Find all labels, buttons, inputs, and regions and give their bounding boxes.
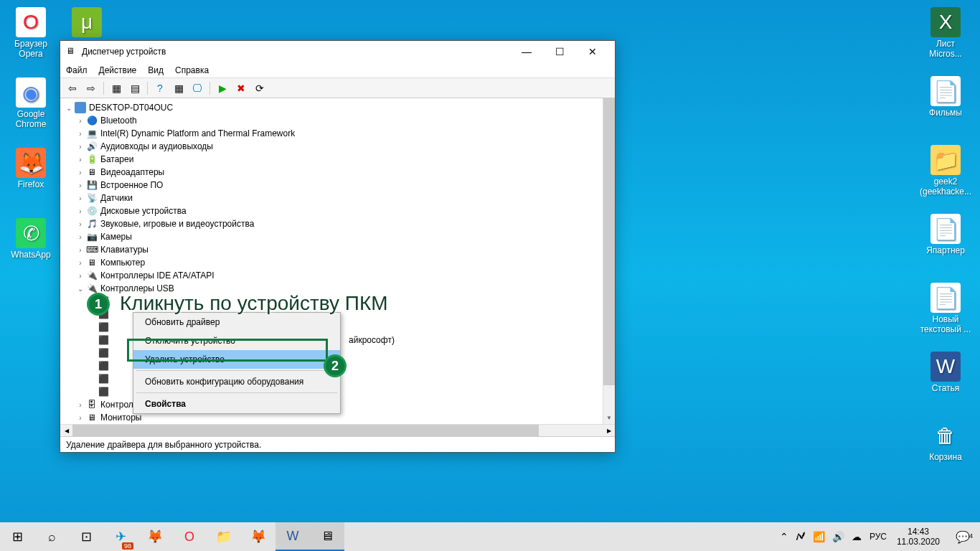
tree-category[interactable]: ›🔌Контроллеры IDE ATA/ATAPI — [60, 269, 603, 282]
horizontal-scrollbar[interactable]: ◀ ▶ — [60, 424, 615, 436]
tree-category[interactable]: ›📷Камеры — [60, 230, 603, 243]
tree-root[interactable]: ⌄ DESKTOP-DT04OUC — [60, 101, 603, 114]
close-button[interactable]: ✕ — [576, 41, 609, 62]
expander-icon[interactable]: › — [75, 130, 86, 138]
update-icon[interactable]: ⟳ — [252, 80, 268, 96]
expander-icon[interactable]: › — [75, 259, 86, 267]
desktop-icon-films[interactable]: 📄Фильмы — [918, 76, 973, 118]
tree-category[interactable]: ›🎵Звуковые, игровые и видеоустройства — [60, 217, 603, 230]
scroll-down-arrow[interactable]: ▼ — [603, 412, 615, 424]
desktop-icon-trash[interactable]: 🗑Корзина — [918, 420, 973, 462]
expander-icon[interactable]: › — [75, 182, 86, 189]
tree-category[interactable]: ›💿Дисковые устройства — [60, 204, 603, 217]
context-menu-item[interactable]: Удалить устройство — [133, 350, 340, 369]
taskbar-word[interactable]: W — [275, 522, 310, 551]
desktop-icon-chrome[interactable]: ◉GoogleChrome — [4, 77, 58, 129]
expander-icon[interactable]: › — [75, 401, 86, 409]
desktop-icon-word[interactable]: WСтатья — [918, 352, 973, 393]
taskbar-firefox[interactable]: 🦊 — [138, 522, 172, 551]
uninstall-icon[interactable]: ✖ — [233, 80, 249, 96]
enable-icon[interactable]: ▶ — [215, 80, 230, 96]
taskbar-telegram[interactable]: ✈98 — [103, 522, 138, 551]
expander-icon[interactable]: › — [75, 233, 86, 241]
expander-icon[interactable]: › — [75, 220, 86, 228]
start-button[interactable]: ⊞ — [0, 522, 34, 551]
scroll-thumb[interactable] — [603, 98, 615, 385]
expander-icon[interactable]: › — [75, 246, 86, 254]
context-menu-item[interactable]: Обновить драйвер — [133, 313, 340, 331]
maximize-button[interactable]: ☐ — [543, 41, 576, 62]
tree-category[interactable]: ›📡Датчики — [60, 192, 603, 204]
scroll-right-arrow[interactable]: ▶ — [603, 425, 615, 436]
category-icon: 🔵 — [86, 115, 98, 126]
context-menu-item[interactable]: Свойства — [133, 395, 340, 413]
scroll-left-arrow[interactable]: ◀ — [60, 425, 72, 436]
expander-icon[interactable]: ⌄ — [63, 104, 75, 112]
expander-icon[interactable]: › — [75, 169, 86, 176]
expander-icon[interactable]: › — [75, 143, 86, 151]
notification-center[interactable]: 💬4 — [946, 530, 980, 544]
menu-view[interactable]: Вид — [148, 65, 164, 75]
language-indicator[interactable]: РУС — [865, 522, 891, 551]
expander-icon[interactable]: › — [75, 194, 86, 202]
menu-help[interactable]: Справка — [175, 65, 209, 75]
expander-icon[interactable]: › — [75, 117, 86, 125]
battery-icon[interactable]: 🗲 — [792, 531, 809, 542]
menu-action[interactable]: Действие — [99, 65, 137, 75]
expander-icon[interactable]: › — [75, 156, 86, 164]
tray-expand-icon[interactable]: ⌃ — [776, 531, 792, 542]
task-view-button[interactable]: ⊡ — [69, 522, 103, 551]
icon-label: Статья — [932, 383, 960, 393]
category-label: Компьютер — [100, 258, 145, 268]
h-scroll-thumb[interactable] — [72, 425, 539, 436]
category-label: Дисковые устройства — [100, 206, 187, 216]
desktop-icon-newtext[interactable]: 📄Новыйтекстовый ... — [918, 283, 973, 334]
desktop-icon-whatsapp[interactable]: ✆WhatsApp — [4, 218, 58, 260]
tree-category[interactable]: ›⌨Клавиатуры — [60, 243, 603, 256]
desktop-icon-utorrent[interactable]: μ — [60, 7, 114, 39]
context-menu-item[interactable]: Отключить устройство — [133, 331, 340, 350]
back-button[interactable]: ⇦ — [65, 80, 80, 96]
scan-icon[interactable]: ▦ — [171, 80, 187, 96]
taskbar-firefox-2[interactable]: 🦊 — [241, 522, 275, 551]
help-icon[interactable]: ? — [152, 80, 168, 96]
root-label: DESKTOP-DT04OUC — [89, 103, 173, 113]
desktop-icon-opera[interactable]: OБраузерOpera — [4, 7, 58, 59]
volume-icon[interactable]: 🔊 — [829, 531, 848, 542]
taskbar-device-manager[interactable]: 🖥 — [310, 522, 344, 551]
desktop-icon-firefox[interactable]: 🦊Firefox — [4, 148, 58, 189]
category-icon: 📷 — [86, 231, 98, 242]
expander-icon[interactable]: › — [75, 272, 86, 280]
desktop-icon-yapartner[interactable]: 📄Япартнер — [918, 214, 973, 255]
tree-category[interactable]: ›🔋Батареи — [60, 153, 603, 166]
monitor-icon[interactable]: 🖵 — [189, 80, 205, 96]
tree-category[interactable]: ›🖥Компьютер — [60, 256, 603, 269]
tree-category[interactable]: ›💾Встроенное ПО — [60, 179, 603, 192]
tree-category[interactable]: ›🖥Видеоадаптеры — [60, 166, 603, 179]
tree-category[interactable]: ›💻Intel(R) Dynamic Platform and Thermal … — [60, 127, 603, 140]
properties-icon[interactable]: ▤ — [127, 80, 143, 96]
taskbar-explorer[interactable]: 📁 — [207, 522, 241, 551]
clock[interactable]: 14:43 11.03.2020 — [891, 527, 946, 547]
onedrive-icon[interactable]: ☁ — [848, 531, 865, 542]
show-hidden-icon[interactable]: ▦ — [108, 80, 124, 96]
desktop-icon-geek2[interactable]: 📁geek2(geekhacke... — [918, 145, 973, 197]
taskbar-opera[interactable]: O — [172, 522, 207, 551]
usb-connector-icon: ⬛ — [98, 321, 109, 333]
vertical-scrollbar[interactable]: ▲ ▼ — [603, 98, 615, 424]
titlebar[interactable]: 🖥 Диспетчер устройств — ☐ ✕ — [60, 41, 615, 62]
utorrent-icon: μ — [72, 7, 102, 37]
tree-category[interactable]: ›🔵Bluetooth — [60, 114, 603, 127]
wifi-icon[interactable]: 📶 — [809, 531, 829, 542]
context-menu-item[interactable]: Обновить конфигурацию оборудования — [133, 372, 340, 391]
category-icon: 🔌 — [86, 270, 98, 281]
tree-category[interactable]: ›🔊Аудиовходы и аудиовыходы — [60, 140, 603, 153]
forward-button[interactable]: ⇨ — [83, 80, 99, 96]
search-button[interactable]: ⌕ — [34, 522, 69, 551]
expander-icon[interactable]: ⌄ — [75, 285, 86, 293]
minimize-button[interactable]: — — [510, 41, 543, 62]
menu-file[interactable]: Файл — [66, 65, 88, 75]
expander-icon[interactable]: › — [75, 414, 86, 422]
expander-icon[interactable]: › — [75, 207, 86, 215]
desktop-icon-excel[interactable]: XЛистMicros... — [918, 7, 973, 59]
